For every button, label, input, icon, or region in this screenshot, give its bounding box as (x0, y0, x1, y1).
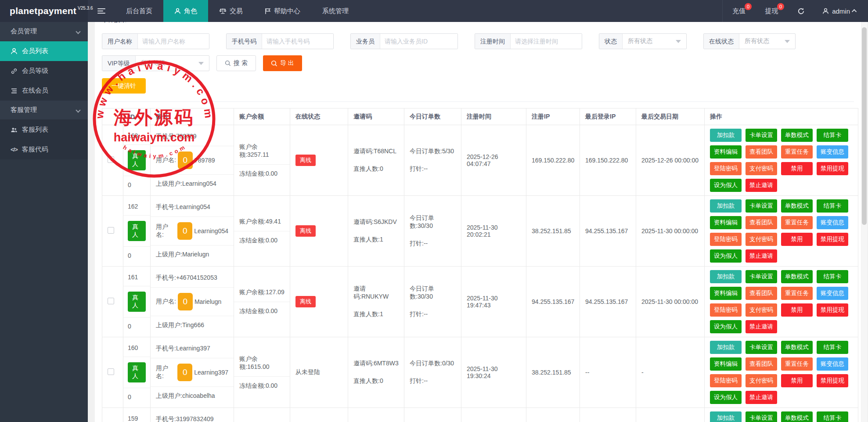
chevron-down-icon (76, 29, 80, 34)
action-disable-withdraw-button[interactable]: 禁用提现 (817, 233, 848, 246)
action-pay-password-button[interactable]: 支付密码 (746, 162, 777, 175)
action-view-team-button[interactable]: 查看团队 (746, 287, 777, 300)
action-card-setting-button[interactable]: 卡单设置 (746, 411, 777, 422)
action-order-mode-button[interactable]: 单数模式 (781, 129, 813, 142)
action-forbid-invite-button[interactable]: 禁止邀请 (746, 179, 777, 192)
action-balance-log-button[interactable]: 账变信息 (817, 145, 848, 159)
reg-time: 2025-11-30 20:02:21 (461, 196, 526, 267)
action-login-password-button[interactable]: 登陆密码 (710, 233, 742, 246)
action-reset-task-button[interactable]: 重置任务 (781, 357, 813, 371)
sidebar-item-member-list[interactable]: 会员列表 (0, 41, 88, 61)
nav-item-roles[interactable]: 角色 (163, 0, 208, 22)
action-login-password-button[interactable]: 登陆密码 (710, 303, 742, 317)
action-forbid-invite-button[interactable]: 禁止邀请 (746, 249, 777, 263)
export-button[interactable]: 导 出 (263, 55, 302, 71)
regtime-input[interactable] (511, 34, 582, 49)
action-disable-button[interactable]: 禁用 (781, 233, 813, 246)
action-pay-password-button[interactable]: 支付密码 (746, 374, 777, 387)
reg-ip: 169.150.222.80 (526, 125, 580, 196)
sidebar-group-service-management[interactable]: 客服管理 (0, 101, 88, 120)
row-checkbox[interactable] (108, 227, 114, 234)
action-settle-card-button[interactable]: 结算卡 (817, 411, 848, 422)
action-disable-withdraw-button[interactable]: 禁用提现 (817, 374, 848, 387)
action-settle-card-button[interactable]: 结算卡 (817, 129, 848, 142)
scrollbar-thumb[interactable] (862, 27, 867, 225)
nav-item-help-center[interactable]: 帮助中心 (254, 0, 311, 22)
action-view-team-button[interactable]: 查看团队 (746, 216, 777, 229)
action-view-team-button[interactable]: 查看团队 (746, 145, 777, 159)
nav-item-system[interactable]: 系统管理 (311, 0, 360, 22)
nav-item-transactions[interactable]: 交易 (208, 0, 254, 22)
action-profile-edit-button[interactable]: 资料编辑 (710, 216, 742, 229)
withdraw-button[interactable]: 提现 0 (755, 0, 788, 22)
action-balance-log-button[interactable]: 账变信息 (817, 216, 848, 229)
nav-item-dashboard[interactable]: 后台首页 (115, 0, 163, 22)
action-settle-card-button[interactable]: 结算卡 (817, 270, 848, 283)
row-checkbox[interactable] (108, 368, 114, 375)
search-button[interactable]: 搜 索 (216, 55, 256, 71)
action-login-password-button[interactable]: 登陆密码 (710, 162, 742, 175)
action-forbid-invite-button[interactable]: 禁止邀请 (746, 320, 777, 333)
row-checkbox[interactable] (108, 298, 114, 304)
action-login-password-button[interactable]: 登陆密码 (710, 374, 742, 387)
action-disable-withdraw-button[interactable]: 禁用提现 (817, 162, 848, 175)
vip-level-select[interactable]: VIP等级 所有等级 (102, 55, 209, 71)
action-disable-withdraw-button[interactable]: 禁用提现 (817, 303, 848, 317)
row-actions: 加扣款卡单设置单数模式结算卡资料编辑查看团队重置任务账变信息登陆密码支付密码禁用… (710, 270, 853, 333)
action-add-deduct-button[interactable]: 加扣款 (710, 341, 742, 354)
phone-input[interactable] (262, 34, 333, 49)
agent-input[interactable] (380, 34, 457, 49)
action-add-deduct-button[interactable]: 加扣款 (710, 199, 742, 213)
action-set-fake-button[interactable]: 设为假人 (710, 249, 742, 263)
action-reset-task-button[interactable]: 重置任务 (781, 216, 813, 229)
action-balance-log-button[interactable]: 账变信息 (817, 287, 848, 300)
action-view-team-button[interactable]: 查看团队 (746, 357, 777, 371)
action-order-mode-button[interactable]: 单数模式 (781, 270, 813, 283)
online-status-select[interactable]: 在线状态 所有状态 (703, 33, 796, 49)
action-add-deduct-button[interactable]: 加扣款 (710, 411, 742, 422)
search-icon (225, 60, 231, 66)
admin-user-menu[interactable]: admin (814, 0, 868, 22)
real-person-badge: 真人 (128, 221, 146, 241)
username-input[interactable] (138, 34, 209, 49)
action-profile-edit-button[interactable]: 资料编辑 (710, 145, 742, 159)
action-balance-log-button[interactable]: 账变信息 (817, 357, 848, 371)
action-pay-password-button[interactable]: 支付密码 (746, 303, 777, 317)
action-settle-card-button[interactable]: 结算卡 (817, 199, 848, 213)
action-card-setting-button[interactable]: 卡单设置 (746, 199, 777, 213)
fake-count: 0 (123, 388, 150, 406)
member-phone: 手机号:789789 (151, 127, 234, 146)
one-key-clear-button[interactable]: 一键清针 (102, 78, 146, 94)
sidebar-item-online-members[interactable]: 在线会员 (0, 81, 88, 101)
action-order-mode-button[interactable]: 单数模式 (781, 341, 813, 354)
action-reset-task-button[interactable]: 重置任务 (781, 145, 813, 159)
sidebar-group-member-management[interactable]: 会员管理 (0, 22, 88, 41)
action-reset-task-button[interactable]: 重置任务 (781, 287, 813, 300)
action-disable-button[interactable]: 禁用 (781, 374, 813, 387)
action-pay-password-button[interactable]: 支付密码 (746, 233, 777, 246)
sidebar-item-member-level[interactable]: 会员等级 (0, 61, 88, 81)
action-profile-edit-button[interactable]: 资料编辑 (710, 287, 742, 300)
action-profile-edit-button[interactable]: 资料编辑 (710, 357, 742, 371)
status-select[interactable]: 状态 所有状态 (599, 33, 687, 49)
action-card-setting-button[interactable]: 卡单设置 (746, 129, 777, 142)
action-order-mode-button[interactable]: 单数模式 (781, 411, 813, 422)
refresh-button[interactable] (788, 0, 814, 22)
action-forbid-invite-button[interactable]: 禁止邀请 (746, 391, 777, 404)
sidebar-item-service-code[interactable]: </> 客服代码 (0, 140, 88, 159)
action-set-fake-button[interactable]: 设为假人 (710, 320, 742, 333)
menu-collapse-icon[interactable] (88, 0, 115, 22)
action-order-mode-button[interactable]: 单数模式 (781, 199, 813, 213)
action-disable-button[interactable]: 禁用 (781, 162, 813, 175)
action-set-fake-button[interactable]: 设为假人 (710, 391, 742, 404)
action-add-deduct-button[interactable]: 加扣款 (710, 270, 742, 283)
action-disable-button[interactable]: 禁用 (781, 303, 813, 317)
action-card-setting-button[interactable]: 卡单设置 (746, 270, 777, 283)
recharge-button[interactable]: 充值 0 (722, 0, 755, 22)
row-checkbox[interactable] (108, 156, 114, 163)
action-set-fake-button[interactable]: 设为假人 (710, 179, 742, 192)
action-settle-card-button[interactable]: 结算卡 (817, 341, 848, 354)
action-add-deduct-button[interactable]: 加扣款 (710, 129, 742, 142)
action-card-setting-button[interactable]: 卡单设置 (746, 341, 777, 354)
sidebar-item-service-list[interactable]: 客服列表 (0, 120, 88, 140)
